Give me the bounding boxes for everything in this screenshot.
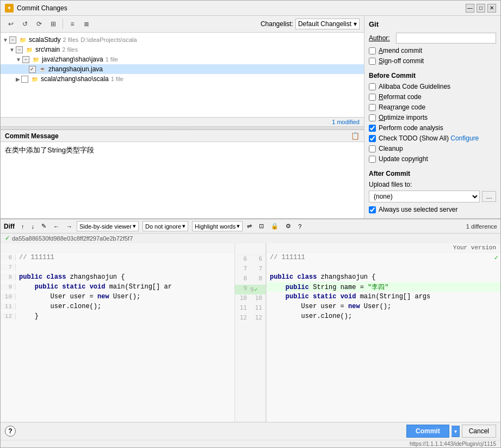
rearrange-checkbox[interactable]: [369, 104, 376, 111]
modified-count: 1 modified: [332, 119, 360, 125]
line-number: 11: [1, 303, 16, 310]
maximize-button[interactable]: □: [477, 4, 485, 13]
line-content: public String name = "李四": [267, 283, 500, 292]
main-toolbar: ↩ ↺ ⟳ ⊞ ≡ ≣ Changelist: Default Changeli…: [1, 16, 364, 33]
upload-select[interactable]: (none): [369, 191, 480, 202]
diff-count: 1 difference: [466, 223, 497, 230]
toolbar-group-button[interactable]: ⊞: [47, 18, 59, 30]
line-content: User user = new User();: [16, 293, 234, 300]
alibaba-checkbox[interactable]: [369, 83, 376, 90]
alibaba-label: Alibaba Code Guidelines: [379, 83, 450, 90]
right-panel: Git Author: Amend commit Sign-off commit: [364, 16, 500, 218]
checktodo-checkbox[interactable]: [369, 135, 376, 142]
commit-button[interactable]: Commit: [406, 425, 449, 438]
title-bar-left: ✦ Commit Changes: [5, 4, 67, 13]
commit-message-section: Commit Message 📋 在类中添加了String类型字段: [1, 130, 364, 218]
main-window: ✦ Commit Changes — □ ✕ ↩ ↺ ⟳ ⊞ ≡ ≣ Chang…: [0, 0, 501, 448]
commit-message-header: Commit Message 📋: [1, 130, 364, 142]
toolbar-refresh-button[interactable]: ⟳: [33, 18, 45, 30]
diff-collapse-button[interactable]: ⊡: [256, 221, 267, 231]
amend-commit-checkbox-item[interactable]: Amend commit: [369, 47, 496, 54]
rearrange-checkbox-item[interactable]: Rearrange code: [369, 103, 496, 111]
left-line-6: 6 // 111111: [1, 253, 234, 262]
minimize-button[interactable]: —: [466, 4, 474, 13]
diff-down-button[interactable]: ↓: [29, 222, 38, 231]
tree-checkbox-scalazhao[interactable]: [21, 76, 28, 83]
diff-help-button[interactable]: ?: [295, 222, 304, 231]
perform-checkbox-item[interactable]: Perform code analysis: [369, 124, 496, 132]
optimize-checkbox-item[interactable]: Optimize imports: [369, 114, 496, 121]
ignore-dropdown[interactable]: Do not ignore ▾: [143, 221, 188, 231]
signoff-commit-checkbox[interactable]: [369, 58, 376, 65]
cancel-button[interactable]: Cancel: [462, 425, 496, 438]
ignore-dropdown-arrow-icon: ▾: [182, 223, 185, 230]
viewer-label: Side-by-side viewer: [79, 223, 132, 230]
configure-link[interactable]: Configure: [450, 134, 479, 142]
tree-checkbox-javazhao[interactable]: −: [22, 56, 29, 63]
status-url: https://1.1.1.1:443/idePlugin/cj/1115: [410, 441, 496, 447]
tree-checkbox-scalastudy[interactable]: −: [9, 36, 16, 44]
diff-sync-button[interactable]: ⇌: [244, 221, 255, 231]
diff-middle-nums: 66 77 88 99✓ 1010 1111 1212: [234, 243, 266, 422]
commit-message-input[interactable]: 在类中添加了String类型字段: [1, 142, 364, 218]
ignore-label: Do not ignore: [145, 223, 181, 230]
tree-node-meta: 1 file: [106, 56, 118, 63]
diff-right-header: Your version: [267, 243, 500, 253]
diff-edit-button[interactable]: ✎: [39, 221, 49, 231]
close-button[interactable]: ✕: [487, 4, 496, 13]
tree-item-zhangshaojun[interactable]: ▼ ✓ ☕ zhangshaojun.java: [1, 64, 364, 74]
tree-item-srcmain[interactable]: ▼ − 📁 src\main 2 files: [1, 45, 364, 54]
tree-checkbox-zhangshaojun[interactable]: ✓: [29, 66, 36, 73]
perform-checkbox[interactable]: [369, 125, 376, 132]
tree-arrow-icon: ▼: [16, 57, 21, 63]
commit-dropdown-button[interactable]: ▾: [451, 426, 460, 437]
diff-settings-button[interactable]: ⚙: [283, 221, 294, 231]
right-line-9: public String name = "李四": [267, 282, 500, 292]
diff-lock-button[interactable]: 🔒: [268, 221, 281, 231]
author-input[interactable]: [396, 33, 496, 44]
always-use-server-checkbox-item[interactable]: Always use selected server: [369, 206, 496, 213]
left-line-8: 8 public class zhangshaojun {: [1, 272, 234, 282]
toolbar-collapse-button[interactable]: ≣: [81, 18, 92, 30]
tree-checkbox-srcmain[interactable]: −: [16, 46, 23, 53]
right-line-8: public class zhangshaojun {: [267, 272, 500, 282]
reformat-checkbox[interactable]: [369, 94, 376, 101]
diff-up-button[interactable]: ↑: [18, 222, 27, 231]
line-content: // 111111: [16, 254, 234, 261]
diff-prev-button[interactable]: ←: [51, 222, 62, 231]
cleanup-checkbox[interactable]: [369, 145, 376, 152]
tree-item-javazhao[interactable]: ▼ − 📁 java\zhang\shao\java 1 file: [1, 54, 364, 64]
toolbar-undo-button[interactable]: ↺: [19, 18, 31, 30]
help-button[interactable]: ?: [5, 426, 16, 437]
perform-label: Perform code analysis: [379, 124, 443, 132]
folder-icon: 📁: [18, 35, 27, 44]
reformat-checkbox-item[interactable]: Reformat code: [369, 93, 496, 101]
line-content: user.clone();: [267, 312, 500, 320]
toolbar-add-button[interactable]: ↩: [5, 18, 17, 30]
left-line-11: 11 user.clone();: [1, 302, 234, 311]
cleanup-label: Cleanup: [379, 145, 403, 152]
changelist-dropdown[interactable]: Default Changelist ▾: [295, 19, 360, 29]
toolbar-expand-button[interactable]: ≡: [66, 18, 78, 30]
diff-right-panel: Your version // 111111✓ public class zha…: [266, 243, 500, 422]
signoff-commit-checkbox-item[interactable]: Sign-off commit: [369, 57, 496, 65]
diff-left-panel: 6 // 111111 7 8 public class zhangshaoju…: [1, 243, 234, 422]
optimize-label: Optimize imports: [379, 114, 428, 121]
tree-item-scalazhao[interactable]: ▶ 📁 scala\zhang\shao\scala 1 file: [1, 74, 364, 84]
window-title: Commit Changes: [17, 4, 67, 12]
right-line-6: // 111111✓: [267, 253, 500, 262]
tree-node-name: java\zhang\shao\java: [42, 56, 103, 63]
always-use-server-checkbox[interactable]: [369, 206, 376, 213]
cleanup-checkbox-item[interactable]: Cleanup: [369, 145, 496, 152]
diff-next-button[interactable]: →: [64, 222, 75, 231]
viewer-dropdown[interactable]: Side-by-side viewer ▾: [77, 221, 139, 231]
amend-commit-checkbox[interactable]: [369, 47, 376, 54]
optimize-checkbox[interactable]: [369, 114, 376, 121]
upload-browse-button[interactable]: …: [482, 191, 496, 202]
alibaba-checkbox-item[interactable]: Alibaba Code Guidelines: [369, 83, 496, 90]
highlight-dropdown[interactable]: Highlight words ▾: [192, 221, 243, 231]
tree-item-scalastudy[interactable]: ▼ − 📁 scalaStudy 2 files D:\ideaProjects…: [1, 35, 364, 45]
checktodo-checkbox-item[interactable]: Check TODO (Show All) Configure: [369, 134, 496, 142]
copyright-checkbox[interactable]: [369, 156, 376, 163]
copyright-checkbox-item[interactable]: Update copyright: [369, 155, 496, 163]
